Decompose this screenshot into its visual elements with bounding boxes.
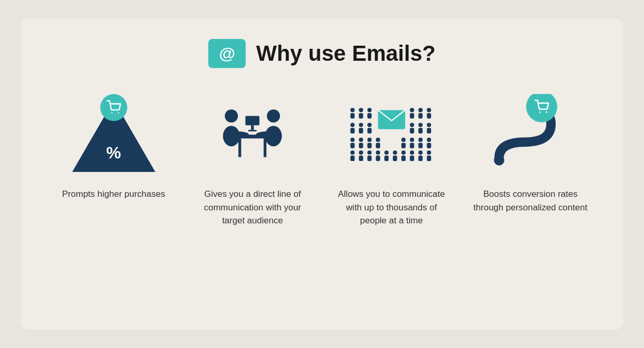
svg-rect-6	[251, 125, 254, 130]
svg-point-40	[418, 138, 422, 142]
svg-rect-29	[350, 143, 354, 149]
svg-rect-53	[384, 155, 388, 161]
svg-rect-57	[401, 155, 406, 161]
svg-point-28	[350, 138, 354, 142]
svg-point-64	[367, 108, 371, 112]
svg-point-42	[427, 138, 431, 142]
svg-rect-49	[367, 155, 371, 161]
svg-point-77	[546, 112, 547, 113]
svg-rect-31	[359, 143, 363, 149]
svg-rect-47	[359, 155, 363, 161]
feature-2: Gives you a direct line of communication…	[195, 94, 310, 227]
svg-point-22	[359, 123, 363, 127]
svg-rect-4	[264, 138, 266, 157]
svg-rect-15	[359, 113, 363, 119]
svg-point-54	[393, 151, 397, 155]
svg-rect-51	[375, 155, 380, 161]
svg-point-26	[427, 123, 431, 127]
svg-point-46	[359, 151, 363, 155]
svg-point-36	[401, 138, 406, 142]
svg-point-0	[111, 112, 112, 113]
svg-rect-19	[427, 113, 431, 119]
svg-rect-27	[427, 128, 431, 133]
svg-rect-43	[427, 143, 431, 149]
cart-teal-circle	[100, 94, 127, 121]
svg-point-52	[384, 151, 388, 155]
svg-rect-37	[401, 143, 406, 149]
svg-point-1	[118, 112, 119, 113]
svg-point-30	[359, 138, 363, 142]
feature-3: Allows you to communicate with up to tho…	[334, 94, 449, 227]
feature-2-icon	[206, 94, 299, 177]
svg-rect-61	[418, 155, 422, 161]
svg-rect-41	[418, 143, 422, 149]
percent-symbol: %	[106, 143, 121, 163]
main-card: @ Why use Emails? %	[21, 18, 623, 330]
svg-rect-13	[350, 113, 354, 119]
svg-point-24	[418, 123, 422, 127]
svg-point-12	[350, 108, 354, 112]
svg-point-14	[359, 108, 363, 112]
at-symbol: @	[219, 44, 235, 63]
feature-2-text: Gives you a direct line of communication…	[195, 188, 310, 227]
feature-4-icon	[484, 94, 577, 177]
svg-point-38	[410, 138, 414, 142]
feature-3-icon	[345, 94, 438, 177]
page-title: Why use Emails?	[256, 41, 435, 66]
email-icon-box: @	[208, 39, 246, 68]
svg-rect-3	[238, 138, 241, 157]
svg-point-18	[427, 108, 431, 112]
shopping-cart-icon	[106, 100, 121, 115]
svg-point-66	[410, 108, 414, 112]
svg-point-70	[410, 123, 414, 127]
svg-rect-21	[350, 128, 354, 133]
svg-rect-59	[410, 155, 414, 161]
svg-point-74	[494, 155, 504, 166]
svg-rect-45	[350, 155, 354, 161]
svg-rect-7	[248, 130, 257, 131]
svg-point-20	[350, 123, 354, 127]
svg-rect-55	[393, 155, 397, 161]
svg-point-16	[418, 108, 422, 112]
feature-3-text: Allows you to communicate with up to tho…	[334, 188, 449, 227]
svg-point-10	[267, 109, 280, 122]
svg-rect-71	[410, 128, 414, 133]
svg-rect-35	[375, 143, 380, 149]
crowd-email-icon	[345, 94, 438, 177]
svg-rect-33	[367, 143, 371, 149]
svg-point-58	[410, 151, 414, 155]
svg-rect-17	[418, 113, 422, 119]
svg-point-44	[350, 151, 354, 155]
triangle-cart-icon: %	[72, 94, 155, 177]
svg-point-50	[375, 151, 380, 155]
conversion-icon	[484, 94, 577, 177]
svg-point-34	[375, 138, 380, 142]
svg-point-8	[225, 109, 238, 122]
feature-1-icon: %	[67, 94, 160, 177]
svg-point-68	[367, 123, 371, 127]
feature-1: % Prompts higher purchases	[57, 94, 171, 227]
feature-4-text: Boosts conversion rates through personal…	[473, 188, 587, 214]
svg-rect-65	[367, 113, 371, 119]
svg-rect-69	[367, 128, 371, 133]
svg-rect-39	[410, 143, 414, 149]
svg-point-11	[265, 126, 282, 146]
svg-point-62	[427, 151, 431, 155]
page-header: @ Why use Emails?	[208, 39, 435, 68]
svg-rect-23	[359, 128, 363, 133]
svg-point-60	[418, 151, 422, 155]
feature-1-text: Prompts higher purchases	[62, 188, 165, 201]
svg-point-32	[367, 138, 371, 142]
svg-rect-5	[246, 116, 260, 125]
svg-point-48	[367, 151, 371, 155]
svg-point-9	[223, 126, 240, 146]
desk-meeting-icon	[206, 96, 299, 176]
svg-rect-67	[410, 113, 414, 119]
svg-rect-63	[427, 155, 431, 161]
features-grid: % Prompts higher purchases	[52, 94, 592, 227]
svg-point-56	[401, 151, 406, 155]
feature-4: Boosts conversion rates through personal…	[473, 94, 587, 227]
svg-rect-25	[418, 128, 422, 133]
svg-point-76	[539, 112, 541, 113]
